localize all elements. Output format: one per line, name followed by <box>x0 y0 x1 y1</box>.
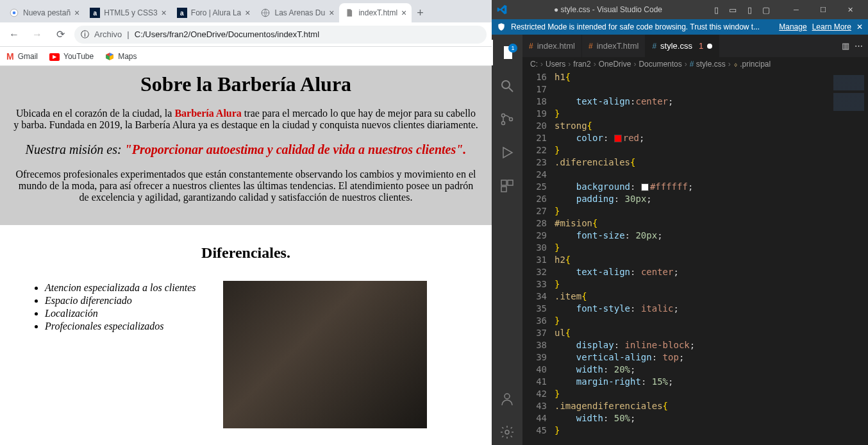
breadcrumb-segment[interactable]: # style.css <box>690 60 726 69</box>
vscode-window: ● style.css - Visual Studio Code ▯ ▭ ▯ ▢… <box>492 0 868 445</box>
accounts-icon[interactable] <box>492 386 522 412</box>
favicon-icon: a <box>90 8 100 18</box>
editor-tab-label: index.html <box>537 41 575 51</box>
bookmark-label: Maps <box>118 52 137 61</box>
close-tab-icon[interactable]: × <box>74 8 79 18</box>
url-protocol: Archivo <box>94 29 122 39</box>
layout-left-icon[interactable]: ▯ <box>709 4 723 15</box>
list-item: Atencion especializada a los clientes <box>45 282 201 294</box>
layout-panel-icon[interactable]: ▢ <box>759 4 773 15</box>
breadcrumb-segment[interactable]: ⬨ .principal <box>733 60 771 69</box>
tab-title: Las Arenas Du <box>274 8 325 17</box>
close-tab-icon[interactable]: × <box>245 8 250 18</box>
bookmark-label: Gmail <box>18 52 38 61</box>
close-window-button[interactable]: ✕ <box>837 2 863 18</box>
window-title: ● style.css - Visual Studio Code <box>512 5 704 14</box>
editor-tab[interactable]: #style.css1 <box>646 35 719 57</box>
mission-strong: "Proporcionar autoestima y calidad de vi… <box>125 142 467 156</box>
banner-manage-link[interactable]: Manage <box>779 22 806 31</box>
minimap[interactable] <box>830 71 868 445</box>
bookmark-icon <box>105 52 114 61</box>
new-tab-button[interactable]: + <box>412 4 429 22</box>
close-tab-icon[interactable]: × <box>329 8 334 18</box>
run-debug-icon[interactable] <box>492 140 522 165</box>
close-tab-icon[interactable]: × <box>162 8 167 18</box>
svg-rect-8 <box>501 180 506 185</box>
svg-point-6 <box>502 122 505 125</box>
maximize-button[interactable]: ☐ <box>810 2 836 18</box>
file-icon: # <box>588 42 593 51</box>
restricted-mode-banner: Restricted Mode is intended for safe cod… <box>492 19 868 35</box>
reload-button[interactable]: ⟳ <box>51 26 69 44</box>
extensions-icon[interactable] <box>492 173 522 199</box>
mission-paragraph: Nuestra misión es: "Proporcionar autoest… <box>13 142 479 157</box>
source-control-icon[interactable] <box>492 106 522 132</box>
banner-learn-link[interactable]: Learn More <box>812 22 851 31</box>
intro-paragraph: Ubicada en el corazón de la ciudad, la B… <box>13 108 479 131</box>
layout-buttons: ▯ ▭ ▯ ▢ <box>709 4 773 15</box>
tab-title: Nueva pestañ <box>23 8 71 17</box>
browser-tab[interactable]: Las Arenas Du× <box>255 3 339 22</box>
explorer-badge: 1 <box>508 44 517 53</box>
editor-tab[interactable]: #indexT.html <box>582 35 646 57</box>
principal-section: Sobre la Barbería Alura Ubicada en el co… <box>0 66 492 225</box>
close-tab-icon[interactable]: × <box>401 8 406 18</box>
error-count: 1 <box>699 41 703 51</box>
line-gutter: 1617181920212223242526272829303132333435… <box>522 71 555 445</box>
bookmark-item[interactable]: MGmail <box>6 51 38 62</box>
bookmark-icon: ▶ <box>49 51 60 61</box>
back-button[interactable]: ← <box>5 26 23 44</box>
explorer-icon[interactable]: 1 <box>492 40 522 65</box>
vscode-logo-icon <box>497 4 507 15</box>
list-item: Espacio diferenciado <box>45 295 201 306</box>
main-row: 1 #index.html#indexT.html#style.css1 ▥ ⋯… <box>492 35 868 445</box>
svg-rect-9 <box>508 180 513 185</box>
minimize-button[interactable]: ─ <box>783 2 809 18</box>
editor-actions: ▥ ⋯ <box>837 35 868 57</box>
tab-title: HTML5 y CSS3 <box>104 8 157 17</box>
breadcrumb-segment[interactable]: OneDrive <box>599 60 631 69</box>
info-icon: ⓘ <box>81 29 89 40</box>
svg-point-5 <box>502 114 505 117</box>
url-bar[interactable]: ⓘ Archivo | C:/Users/fran2/OneDrive/Docu… <box>74 26 487 44</box>
svg-point-12 <box>505 430 509 434</box>
banner-message: Restricted Mode is intended for safe cod… <box>511 22 774 31</box>
code-area[interactable]: 1617181920212223242526272829303132333435… <box>522 71 868 445</box>
bookmark-item[interactable]: ▶YouTube <box>49 51 94 61</box>
banner-close-icon[interactable]: ✕ <box>856 22 863 31</box>
editor-tab-label: style.css <box>660 41 692 51</box>
favicon-icon <box>9 8 19 18</box>
breadcrumb-segment[interactable]: Users <box>546 60 565 69</box>
browser-tab[interactable]: Nueva pestañ× <box>4 3 85 22</box>
settings-gear-icon[interactable] <box>492 419 522 445</box>
svg-point-1 <box>13 12 16 15</box>
diferenciales-image <box>223 281 427 428</box>
bookmark-item[interactable]: Maps <box>105 52 137 61</box>
breadcrumb-segment[interactable]: Documentos <box>638 60 681 69</box>
diferenciales-section: Diferenciales. Atencion especializada a … <box>0 225 492 445</box>
more-actions-icon[interactable]: ⋯ <box>855 41 863 51</box>
browser-tab[interactable]: indexT.html× <box>339 3 412 22</box>
list-item: Localización <box>45 308 201 319</box>
code-content[interactable]: h1{ text-align:center;}strong{ color: re… <box>555 71 830 445</box>
breadcrumb-segment[interactable]: fran2 <box>573 60 590 69</box>
browser-tab[interactable]: aForo | Alura La× <box>172 3 256 22</box>
split-editor-icon[interactable]: ▥ <box>842 41 849 51</box>
editor-tab[interactable]: #index.html <box>522 35 582 57</box>
brand-strong: Barbería Alura <box>174 108 241 119</box>
favicon-icon <box>260 8 271 18</box>
breadcrumb-segment[interactable]: C: <box>530 60 538 69</box>
svg-point-3 <box>502 81 510 88</box>
editor-tabstrip: #index.html#indexT.html#style.css1 ▥ ⋯ <box>522 35 868 57</box>
diferenciales-title: Diferenciales. <box>19 244 472 262</box>
window-controls: ─ ☐ ✕ <box>783 2 863 18</box>
breadcrumb[interactable]: C:›Users›fran2›OneDrive›Documentos›# sty… <box>522 57 868 71</box>
layout-bottom-icon[interactable]: ▭ <box>726 4 740 15</box>
browser-tab[interactable]: aHTML5 y CSS3× <box>85 3 172 22</box>
favicon-icon: a <box>177 8 187 18</box>
forward-button[interactable]: → <box>28 26 46 44</box>
page-viewport[interactable]: Sobre la Barbería Alura Ubicada en el co… <box>0 66 492 445</box>
layout-right-icon[interactable]: ▯ <box>742 4 756 15</box>
svg-rect-10 <box>501 187 506 192</box>
search-icon[interactable] <box>492 73 522 99</box>
